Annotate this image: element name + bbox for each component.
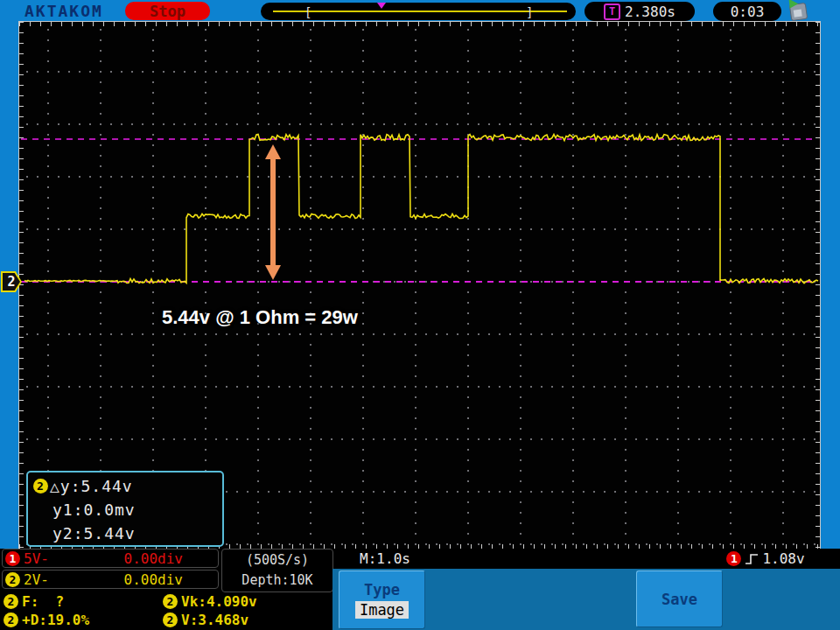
channel2-trace — [24, 134, 818, 283]
meas-duty-value: +D:19.0% — [22, 612, 89, 628]
channel1-position: 0.00div — [124, 550, 183, 567]
meas-ch-badge: 2 — [163, 594, 178, 609]
channel1-status-box[interactable]: 1 5V- 0.00div — [2, 549, 219, 568]
cursor-readout-box: 2 △y:5.44v y1:0.0mv y2:5.44v — [26, 471, 224, 547]
arrow-head-up-icon — [265, 144, 281, 159]
channel1-scale: 5V- — [24, 550, 49, 567]
meas-ch-badge: 2 — [163, 612, 178, 627]
channel1-badge: 1 — [5, 551, 20, 566]
measurement-frequency: 2 F: ? — [4, 593, 64, 610]
meas-v-value: V:3.468v — [181, 612, 248, 628]
waveform-svg — [19, 22, 820, 549]
oscilloscope-screen: AKTAKOM Stop [ ] T 2.380s 0:03 5.44v @ — [0, 0, 840, 630]
run-stop-status[interactable]: Stop — [125, 2, 210, 20]
trigger-t-icon: T — [604, 4, 620, 20]
trigger-source-badge: 1 — [726, 551, 741, 566]
type-label: Type — [364, 581, 400, 598]
save-label: Save — [662, 591, 697, 608]
record-line — [273, 10, 567, 12]
rising-edge-icon — [745, 552, 759, 566]
arrow-head-down-icon — [265, 265, 281, 280]
channel2-badge: 2 — [5, 572, 20, 587]
delta-v-arrow-annotation — [265, 144, 281, 280]
softkey-menu-bar: Type Image Save — [332, 569, 840, 630]
measurement-v: 2 V:3.468v — [163, 612, 248, 628]
record-position-indicator[interactable]: [ ] — [261, 3, 576, 20]
channel2-status-box[interactable]: 2 2V- 0.00div — [2, 570, 219, 589]
save-disk-icon[interactable] — [789, 3, 808, 21]
cursor-y2: y2:5.44v — [52, 524, 136, 542]
channel2-level-marker-label: 2 — [3, 273, 20, 290]
window-right-bracket: ] — [526, 6, 533, 18]
cursor-y1: y1:0.0mv — [52, 500, 136, 519]
measurement-duty: 2 +D:19.0% — [4, 612, 89, 628]
sample-rate: (500S/s) — [246, 550, 309, 570]
timebase-readout: M:1.0s — [337, 550, 433, 568]
meas-ch-badge: 2 — [4, 612, 18, 627]
elapsed-clock: 0:03 — [713, 2, 781, 21]
meas-frequency-value: F: ? — [22, 593, 64, 610]
type-softkey-button[interactable]: Type Image — [339, 570, 425, 629]
save-softkey-button[interactable]: Save — [636, 570, 723, 627]
trigger-level-value: 1.08v — [762, 550, 804, 567]
channel2-scale: 2V- — [24, 571, 49, 588]
meas-ch-badge: 2 — [4, 594, 18, 609]
power-annotation-text: 5.44v @ 1 Ohm = 29w — [162, 306, 358, 329]
type-selected-value: Image — [355, 601, 409, 619]
measurement-vk: 2 Vk:4.090v — [163, 593, 257, 610]
trigger-level-readout: 1 1.08v — [696, 550, 836, 568]
trigger-time-readout: T 2.380s — [584, 2, 695, 21]
trigger-position-marker-icon — [377, 3, 386, 9]
trigger-time-value: 2.380s — [625, 4, 676, 20]
brand-logo: AKTAKOM — [24, 2, 103, 20]
cursor-delta-y: △y:5.44v — [50, 477, 133, 495]
window-left-bracket: [ — [304, 6, 312, 18]
status-bar: 1 5V- 0.00div 2 2V- 0.00div (500S/s) Dep… — [0, 549, 840, 630]
meas-vk-value: Vk:4.090v — [181, 593, 257, 610]
channel2-position: 0.00div — [124, 571, 183, 588]
channel2-badge: 2 — [33, 479, 48, 494]
memory-depth: Depth:10K — [242, 570, 312, 591]
acquisition-box: (500S/s) Depth:10K — [221, 549, 333, 592]
